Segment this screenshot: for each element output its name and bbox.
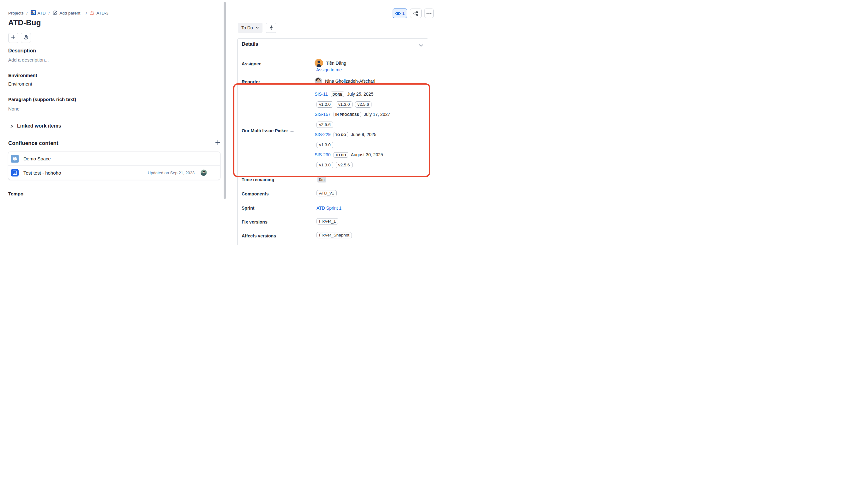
watchers-count: 1 bbox=[402, 11, 405, 16]
confluence-space-row[interactable]: Demo Space bbox=[8, 152, 220, 165]
confluence-card: Demo Space Test test - hohoho Updated on… bbox=[8, 152, 220, 180]
bug-icon bbox=[90, 10, 94, 16]
version-pill: v1.3.0 bbox=[316, 142, 333, 148]
fix-versions-value-pill[interactable]: FixVer_1 bbox=[316, 218, 338, 225]
issue-date: August 30, 2025 bbox=[351, 152, 383, 157]
sprint-label: Sprint bbox=[242, 205, 254, 210]
title-actions bbox=[8, 33, 31, 43]
breadcrumb-separator: / bbox=[26, 11, 28, 15]
status-badge: TO DO bbox=[334, 152, 348, 158]
project-avatar-icon bbox=[31, 10, 36, 16]
description-placeholder[interactable]: Add a description... bbox=[8, 57, 49, 63]
confluence-page-title[interactable]: Test test - hohoho bbox=[23, 170, 61, 175]
issue-row: SIS-229TO DOJune 9, 2025 bbox=[315, 131, 432, 138]
time-remaining-label: Time remaining bbox=[242, 177, 274, 182]
linked-work-items-expander[interactable]: Linked work items bbox=[10, 123, 61, 129]
tempo-heading: Tempo bbox=[8, 191, 23, 196]
automation-button[interactable] bbox=[266, 23, 276, 33]
label-overflow-dash bbox=[290, 131, 294, 132]
confluence-page-row[interactable]: Test test - hohoho Updated on Sep 21, 20… bbox=[8, 165, 220, 179]
issue-key-link[interactable]: SIS-167 bbox=[315, 112, 331, 117]
breadcrumb-separator: / bbox=[85, 11, 88, 15]
breadcrumb-separator: / bbox=[48, 11, 51, 15]
issue-key-link[interactable]: SIS-11 bbox=[315, 92, 328, 97]
environment-label: Environment bbox=[8, 73, 37, 78]
panel-scrollbar-thumb[interactable] bbox=[224, 2, 226, 199]
environment-value[interactable]: Enviroment bbox=[8, 81, 32, 87]
breadcrumb-issue[interactable]: ATD-3 bbox=[90, 10, 108, 16]
details-collapse-chevron-icon[interactable] bbox=[419, 43, 423, 48]
reporter-name: Nina Gholizadeh-Afschari bbox=[325, 78, 375, 84]
paragraph-field-label: Paragraph (supports rich text) bbox=[8, 97, 76, 102]
lightning-bolt-icon bbox=[269, 25, 274, 31]
linked-work-items-heading: Linked work items bbox=[17, 123, 61, 129]
share-button[interactable] bbox=[410, 8, 422, 18]
share-icon bbox=[413, 11, 418, 16]
reporter-avatar bbox=[315, 77, 322, 85]
chevron-down-icon bbox=[255, 27, 259, 29]
more-actions-button[interactable] bbox=[424, 8, 434, 18]
status-badge: TO DO bbox=[334, 132, 348, 137]
issue-date: July 17, 2027 bbox=[364, 112, 390, 117]
status-dropdown-label: To Do bbox=[241, 25, 253, 30]
page-title: ATD-Bug bbox=[8, 18, 41, 27]
version-pill: v1.3.0 bbox=[336, 101, 352, 108]
affects-versions-label: Affects versions bbox=[242, 233, 276, 238]
components-value-pill[interactable]: ATD_v1 bbox=[316, 190, 337, 196]
watchers-button[interactable]: 1 bbox=[393, 8, 407, 18]
issue-row: SIS-167IN PROGRESSJuly 17, 2027 bbox=[315, 111, 432, 118]
chevron-right-icon bbox=[10, 124, 13, 128]
breadcrumb-add-parent[interactable]: Add parent bbox=[53, 10, 80, 16]
issue-date: June 9, 2025 bbox=[351, 132, 376, 137]
assignee-value[interactable]: Tiên Đặng bbox=[315, 59, 346, 67]
multi-issue-picker-value: SIS-11DONEJuly 25, 2025v1.2.0v1.3.0v2.5.… bbox=[315, 91, 432, 172]
version-pill: v2.5.6 bbox=[336, 162, 352, 168]
multi-issue-picker-label: Our Multi Issue Picker bbox=[242, 128, 308, 133]
version-pill: v2.5.6 bbox=[355, 101, 372, 108]
edit-icon bbox=[53, 10, 58, 16]
assignee-name: Tiên Đặng bbox=[326, 61, 346, 66]
issue-row: SIS-11DONEJuly 25, 2025 bbox=[315, 91, 432, 97]
issue-versions-row: v1.2.0v1.3.0v2.5.6 bbox=[315, 101, 432, 108]
time-remaining-value: 0m bbox=[317, 177, 326, 183]
breadcrumb-issue-key-link[interactable]: ATD-3 bbox=[96, 11, 108, 15]
add-button[interactable] bbox=[8, 33, 18, 43]
issue-versions-row: v2.5.6 bbox=[315, 121, 432, 128]
jira-issue-view: Projects / ATD / Add parent / ATD-3 ATD-… bbox=[0, 0, 434, 245]
confluence-page-updated: Updated on Sep 21, 2023 bbox=[148, 170, 194, 175]
confluence-heading: Confluence content bbox=[8, 140, 58, 146]
assign-to-me-link[interactable]: Assign to me bbox=[316, 67, 342, 72]
breadcrumb: Projects / ATD / Add parent / ATD-3 bbox=[8, 10, 108, 16]
multi-issue-picker-label-text: Our Multi Issue Picker bbox=[242, 128, 288, 133]
affects-versions-value-pill[interactable]: FixVer_Snaphot bbox=[316, 232, 352, 238]
issue-key-link[interactable]: SIS-229 bbox=[315, 132, 331, 137]
assignee-label: Assignee bbox=[242, 61, 261, 66]
issue-versions-row: v1.3.0 bbox=[315, 141, 432, 149]
description-heading: Description bbox=[8, 48, 36, 54]
reporter-value[interactable]: Nina Gholizadeh-Afschari bbox=[315, 77, 375, 85]
confluence-space-title[interactable]: Demo Space bbox=[23, 156, 51, 161]
issue-key-link[interactable]: SIS-230 bbox=[315, 152, 331, 157]
add-confluence-content-button[interactable] bbox=[215, 139, 221, 147]
breadcrumb-projects-link[interactable]: Projects bbox=[8, 11, 24, 15]
hexnut-icon bbox=[23, 35, 28, 41]
issue-row: SIS-230TO DOAugust 30, 2025 bbox=[315, 152, 432, 158]
details-heading: Details bbox=[242, 41, 258, 47]
status-dropdown[interactable]: To Do bbox=[238, 23, 262, 33]
confluence-page-icon bbox=[11, 169, 19, 176]
fix-versions-label: Fix versions bbox=[242, 220, 268, 225]
confluence-page-author-avatar[interactable] bbox=[200, 169, 207, 176]
components-label: Components bbox=[242, 191, 269, 196]
breadcrumb-add-parent-link[interactable]: Add parent bbox=[59, 11, 80, 15]
breadcrumb-project[interactable]: ATD bbox=[31, 10, 46, 16]
issue-date: July 25, 2025 bbox=[347, 92, 373, 97]
breadcrumb-project-link[interactable]: ATD bbox=[38, 11, 46, 15]
reporter-label: Reporter bbox=[242, 79, 260, 84]
issue-versions-row: v1.3.0v2.5.6 bbox=[315, 162, 432, 169]
paragraph-field-value[interactable]: None bbox=[8, 106, 20, 111]
apps-config-button[interactable] bbox=[21, 33, 31, 43]
confluence-space-icon bbox=[11, 155, 19, 163]
sprint-link[interactable]: ATD Sprint 1 bbox=[316, 205, 341, 210]
status-badge: IN PROGRESS bbox=[334, 112, 361, 117]
eye-icon bbox=[395, 11, 401, 15]
